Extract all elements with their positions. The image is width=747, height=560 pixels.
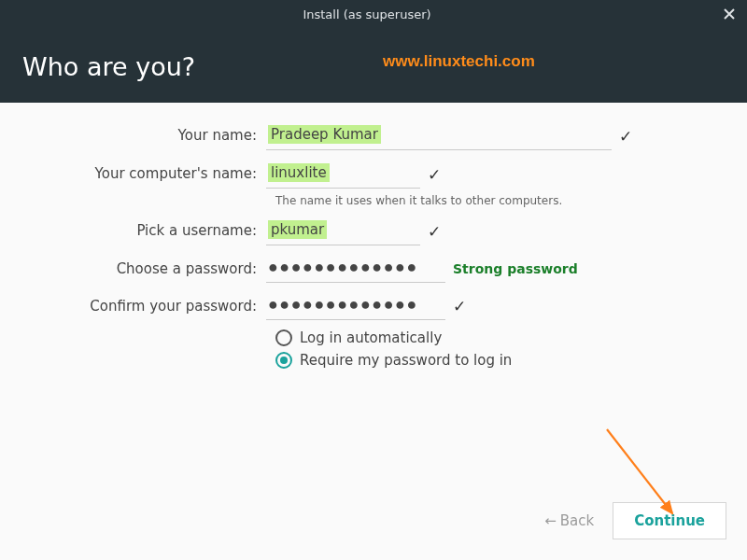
check-icon: ✓ <box>428 222 441 241</box>
continue-button[interactable]: Continue <box>613 502 726 539</box>
login-auto-radio[interactable]: Log in automatically <box>275 329 747 346</box>
name-input[interactable]: Pradeep Kumar <box>266 121 612 150</box>
hostname-hint: The name it uses when it talks to other … <box>275 194 747 207</box>
name-label: Your name: <box>0 121 266 144</box>
window-title: Install (as superuser) <box>11 7 723 21</box>
login-require-radio[interactable]: Require my password to log in <box>275 352 747 369</box>
page-title: Who are you? <box>22 52 195 81</box>
hostname-label: Your computer's name: <box>0 160 266 182</box>
check-icon: ✓ <box>453 297 466 315</box>
confirm-label: Confirm your password: <box>0 292 266 315</box>
close-icon[interactable] <box>723 7 736 21</box>
check-icon: ✓ <box>619 127 632 146</box>
arrow-left-icon: ← <box>544 512 557 529</box>
confirm-input[interactable]: ●●●●●●●●●●●●● <box>266 292 445 320</box>
back-button[interactable]: ← Back <box>544 512 594 529</box>
username-label: Pick a username: <box>0 217 266 239</box>
watermark-text: www.linuxtechi.com <box>383 52 535 71</box>
hostname-input[interactable]: linuxlite <box>266 160 420 189</box>
username-input[interactable]: pkumar <box>266 217 420 245</box>
password-strength: Strong password <box>453 261 578 276</box>
password-input[interactable]: ●●●●●●●●●●●●● <box>266 255 445 283</box>
user-form: Your name: Pradeep Kumar ✓ Your computer… <box>0 121 747 374</box>
svg-line-0 <box>607 429 672 513</box>
password-label: Choose a password: <box>0 255 266 277</box>
check-icon: ✓ <box>428 165 441 184</box>
